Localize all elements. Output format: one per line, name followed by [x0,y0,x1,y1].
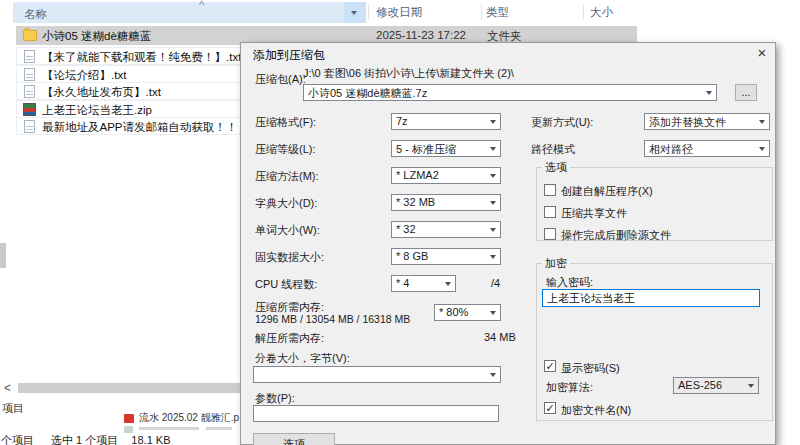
chevron-down-icon [490,147,496,151]
algorithm-label: 加密算法: [546,380,593,395]
algorithm-combobox[interactable]: AES-256 [673,377,759,394]
decompress-memory-value: 34 MB [484,331,516,343]
shared-files-checkbox[interactable] [544,206,556,218]
dictionary-value: * 32 MB [396,196,435,208]
file-name: 小诗05 迷糊dè糖糖蓝 [42,29,151,44]
column-filter-button[interactable] [344,2,366,23]
status-bar: 个项目 选中 1 个项目 18.1 KB [1,433,171,445]
sort-ascending-icon: ^ [199,0,204,11]
chevron-down-icon [490,255,496,259]
archive-name-combobox[interactable]: 小诗05 迷糊dè糖糖蓝.7z [303,84,717,101]
column-separator[interactable] [368,4,369,20]
text-file-icon [24,85,35,98]
column-separator[interactable] [481,4,482,20]
word-size-combobox[interactable]: * 32 [391,221,501,238]
file-name: 【永久地址发布页】.txt [42,85,161,100]
column-header-size[interactable]: 大小 [590,5,613,20]
word-size-label: 单词大小(W): [255,223,320,238]
chevron-down-icon [490,228,496,232]
chevron-down-icon [351,11,357,15]
format-value: 7z [396,115,408,127]
options-button[interactable]: 选项 [253,433,335,445]
shared-files-label: 压缩共享文件 [561,206,627,221]
chevron-down-icon [490,120,496,124]
check-icon: ✓ [545,402,554,414]
parameters-input[interactable] [253,405,499,422]
password-input[interactable] [542,289,760,307]
format-combobox[interactable]: 7z [391,113,501,130]
chevron-down-icon [490,201,496,205]
vertical-scrollbar-fragment[interactable] [0,243,6,268]
memory-usage-value: * 80% [439,306,468,318]
background-file-name: 流水 2025.02 靓雅汇.p [139,411,239,425]
chevron-down-icon [759,120,765,124]
scroll-left-icon[interactable]: < [4,381,11,395]
show-password-label: 显示密码(S) [561,361,620,376]
dialog-title: 添加到压缩包 [253,47,325,64]
decompress-memory-label: 解压所需内存: [255,331,324,346]
show-password-checkbox[interactable]: ✓ [544,360,556,372]
method-label: 压缩方法(M): [255,169,319,184]
dictionary-label: 字典大小(D): [255,196,317,211]
column-header-date[interactable]: 修改日期 [376,5,422,20]
format-label: 压缩格式(F): [255,115,316,130]
file-name: 最新地址及APP请发邮箱自动获取！！！.txt [42,120,264,135]
dictionary-combobox[interactable]: * 32 MB [391,194,501,211]
browse-button[interactable]: ... [735,84,757,101]
close-button[interactable]: × [751,44,773,62]
encrypt-names-checkbox[interactable]: ✓ [544,402,556,414]
horizontal-scrollbar[interactable] [18,383,240,393]
blurred-text-fragment [206,427,232,430]
path-mode-combobox[interactable]: 相对路径 [644,140,770,157]
path-mode-label: 路径模式 [531,142,575,157]
cpu-threads-value: * 4 [396,277,409,289]
memory-usage-combobox[interactable]: * 80% [434,304,501,321]
file-icon [124,426,133,433]
column-separator[interactable] [583,4,584,20]
level-combobox[interactable]: 5 - 标准压缩 [391,140,501,157]
column-header-type[interactable]: 类型 [486,5,509,20]
options-button-label: 选项 [283,438,305,445]
update-mode-label: 更新方式(U): [531,115,593,130]
background-items-label: 项目 [2,401,24,416]
column-header-name-label: 名称 [24,7,47,22]
status-size: 18.1 KB [131,434,170,445]
text-file-icon [24,50,35,63]
volume-size-combobox[interactable] [253,366,501,383]
password-label: 输入密码: [546,275,593,290]
file-name: 上老王论坛当老王.zip [42,103,152,118]
delete-after-label: 操作完成后删除源文件 [561,228,671,243]
archive-label: 压缩包(A): [255,72,306,87]
chevron-down-icon [748,384,754,388]
column-header-name[interactable]: 名称 ^ [13,2,365,23]
folder-icon [23,30,37,41]
solid-block-label: 固实数据大小: [255,250,324,265]
algorithm-value: AES-256 [678,379,722,391]
status-items-count: 个项目 [1,434,34,445]
method-combobox[interactable]: * LZMA2 [391,167,501,184]
ellipsis-icon: ... [741,86,750,98]
delete-after-checkbox[interactable] [544,228,556,240]
text-file-icon [24,120,35,133]
word-size-value: * 32 [396,223,416,235]
update-mode-value: 添加并替换文件 [649,116,726,128]
level-value: 5 - 标准压缩 [396,143,456,155]
file-name: 【论坛介绍】.txt [42,68,126,83]
method-value: * LZMA2 [396,169,439,181]
archive-file-icon [23,103,36,116]
cpu-threads-combobox[interactable]: * 4 [391,275,456,292]
solid-block-value: * 8 GB [396,250,428,262]
options-group-title: 选项 [542,160,570,175]
chevron-down-icon [490,311,496,315]
create-sfx-checkbox[interactable] [544,184,556,196]
update-mode-combobox[interactable]: 添加并替换文件 [644,113,770,130]
cpu-threads-label: CPU 线程数: [255,277,317,292]
status-selection: 选中 1 个项目 [51,434,118,445]
add-to-archive-dialog: 添加到压缩包 × 压缩包(A): J:\0 套图\06 街拍\小诗\上传\新建文… [240,42,776,445]
file-date: 2025-11-23 17:22 [376,29,466,41]
solid-block-combobox[interactable]: * 8 GB [391,248,501,265]
encrypt-names-label: 加密文件名(N) [561,403,631,418]
archive-name-value: 小诗05 迷糊dè糖糖蓝.7z [308,87,427,99]
volume-size-label: 分卷大小，字节(V): [255,351,350,366]
encryption-group-title: 加密 [542,256,570,271]
